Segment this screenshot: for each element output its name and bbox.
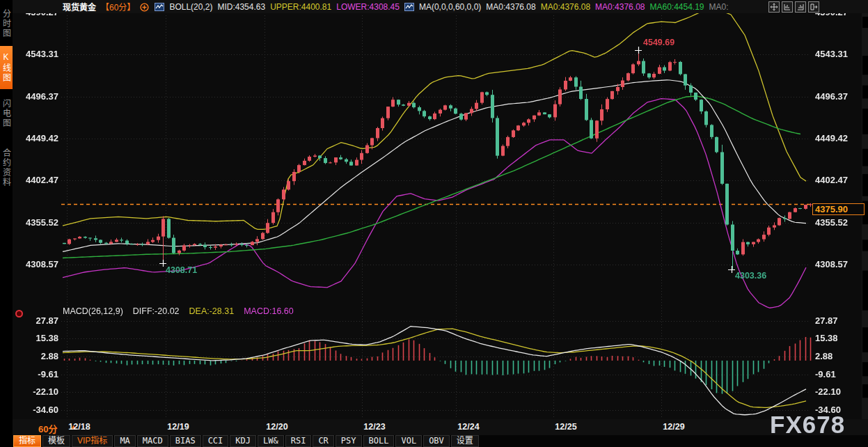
toolbar-kdj[interactable]: KDJ: [230, 435, 256, 447]
macd-header: MACD(26,12,9) DIFF:-20.02 DEA:-28.31 MAC…: [63, 306, 294, 316]
fx678-watermark: FX678: [770, 411, 845, 439]
price-tick-left: 4308.57: [17, 259, 58, 269]
macd-tick-right: 27.87: [815, 315, 860, 326]
boll-mid-value: MID:4354.63: [217, 2, 265, 12]
toolbar-vip-indicator[interactable]: VIP指标: [72, 435, 113, 447]
price-extreme-label: 4549.69: [643, 38, 674, 47]
ma0-value-1: MA0:4376.08: [486, 2, 535, 12]
toolbar-lw[interactable]: LW&: [258, 435, 284, 447]
sidebar-item-lightning-chart[interactable]: 闪电图: [0, 92, 13, 135]
macd-tick-left: 15.38: [17, 333, 58, 343]
date-label: 12/18: [60, 422, 99, 432]
macd-tick-left: -34.60: [17, 405, 58, 415]
toolbar-rsi[interactable]: RSI: [285, 435, 312, 447]
period-tag[interactable]: 60分: [38, 422, 57, 435]
macd-tick-left: 27.87: [17, 315, 58, 326]
date-label: 12/29: [654, 422, 693, 432]
boll-params: BOLL(20,2): [169, 2, 212, 12]
macd-macd-value: MACD:16.60: [244, 306, 294, 316]
macd-tick-left: 2.88: [17, 351, 58, 361]
date-label: 12/25: [546, 422, 585, 432]
toolbar-cr[interactable]: CR: [313, 435, 333, 447]
window-controls: [768, 1, 819, 13]
date-label: 12/23: [355, 422, 394, 432]
indicator-toolbar: 指标模板VIP指标MAMACDBIASCCIKDJLW&RSICRPSYBOLL…: [13, 435, 868, 447]
sidebar-item-time-chart[interactable]: 分时图: [0, 3, 13, 45]
price-chart-canvas[interactable]: [0, 0, 868, 447]
price-tick-right: 4355.52: [815, 217, 860, 228]
indicator-legend-bar: 现货黄金【60分】BOLL(20,2)MID:4354.63UPPER:4400…: [13, 0, 868, 13]
date-label: 12/20: [258, 422, 297, 432]
price-tick-left: 4496.37: [17, 91, 58, 102]
ma-indicator-icon[interactable]: [404, 3, 414, 11]
toolbar-bias[interactable]: BIAS: [170, 435, 201, 447]
macd-tick-right: -22.10: [815, 386, 860, 397]
boll-indicator-icon[interactable]: [155, 3, 164, 11]
date-label: 12/24: [449, 422, 488, 432]
macd-dea-value: DEA:-28.31: [189, 306, 235, 316]
time-axis-row: 60分 ▲ 12/1812/1912/2012/2312/2412/2512/2…: [13, 419, 868, 435]
ma0-value-2: MA0:4376.08: [541, 2, 590, 12]
date-label: 12/19: [159, 422, 198, 432]
pan-icon[interactable]: [768, 1, 780, 13]
price-tick-left: 4543.31: [17, 49, 58, 59]
price-extreme-label: 4303.36: [735, 271, 766, 281]
indicator-close-icon[interactable]: [15, 310, 23, 317]
ma60-value: MA60:4454.19: [649, 2, 704, 12]
sidebar-item-contract-info[interactable]: 合约资料: [0, 138, 13, 198]
add-indicator-icon[interactable]: [140, 3, 150, 11]
toolbar-template[interactable]: 模板: [42, 435, 70, 447]
pane-left-icon[interactable]: [782, 1, 793, 13]
price-tick-right: 4543.31: [815, 49, 860, 59]
macd-title: MACD(26,12,9): [63, 306, 123, 316]
chart-type-sidebar: 分时图K线图闪电图合约资料: [0, 0, 13, 447]
macd-tick-left: -22.10: [17, 386, 58, 397]
ma-params: MA(0,0,0,60,0,0): [419, 2, 481, 12]
macd-diff-value: DIFF:-20.02: [133, 306, 180, 316]
price-tick-right: 4402.47: [815, 175, 860, 185]
price-tick-right: 4496.37: [815, 91, 860, 102]
toolbar-cci[interactable]: CCI: [203, 435, 229, 447]
toolbar-macd[interactable]: MACD: [137, 435, 168, 447]
legend: 现货黄金【60分】BOLL(20,2)MID:4354.63UPPER:4400…: [63, 1, 729, 13]
price-tick-right: 4449.42: [815, 133, 860, 143]
toolbar-boll[interactable]: BOLL: [363, 435, 395, 447]
symbol-title: 现货黄金: [63, 1, 96, 13]
boll-upper-value: UPPER:4400.81: [270, 2, 331, 12]
boll-lower-value: LOWER:4308.45: [336, 2, 400, 12]
price-tick-left: 4355.52: [17, 217, 58, 228]
trading-app-window: 分时图K线图闪电图合约资料 现货黄金【60分】BOLL(20,2)MID:435…: [0, 0, 868, 447]
current-price-badge: 4375.90: [812, 203, 865, 215]
price-extreme-label: 4308.71: [166, 265, 197, 275]
toolbar-obv[interactable]: OBV: [423, 435, 450, 447]
toolbar-psy[interactable]: PSY: [336, 435, 362, 447]
toolbar-settings[interactable]: 设置: [451, 435, 479, 447]
toolbar-ma[interactable]: MA: [114, 435, 135, 447]
macd-tick-right: 15.38: [815, 333, 860, 343]
toolbar-vol[interactable]: VOL: [395, 435, 422, 447]
sidebar-item-kline-chart[interactable]: K线图: [0, 46, 13, 89]
period-label: 【60分】: [101, 1, 135, 13]
price-tick-left: 4449.42: [17, 133, 58, 143]
price-tick-right: 4308.57: [815, 259, 860, 269]
ma0-empty: MA0:: [709, 2, 729, 12]
exit-icon[interactable]: [808, 1, 819, 13]
pane-right-icon[interactable]: [795, 1, 806, 13]
price-tick-left: 4402.47: [17, 175, 58, 185]
macd-tick-right: -9.61: [815, 369, 860, 379]
ma0-value-3: MA0:4376.08: [595, 2, 645, 12]
macd-tick-left: -9.61: [17, 369, 58, 379]
macd-tick-right: 2.88: [815, 351, 860, 361]
toolbar-indicator[interactable]: 指标: [13, 435, 41, 447]
